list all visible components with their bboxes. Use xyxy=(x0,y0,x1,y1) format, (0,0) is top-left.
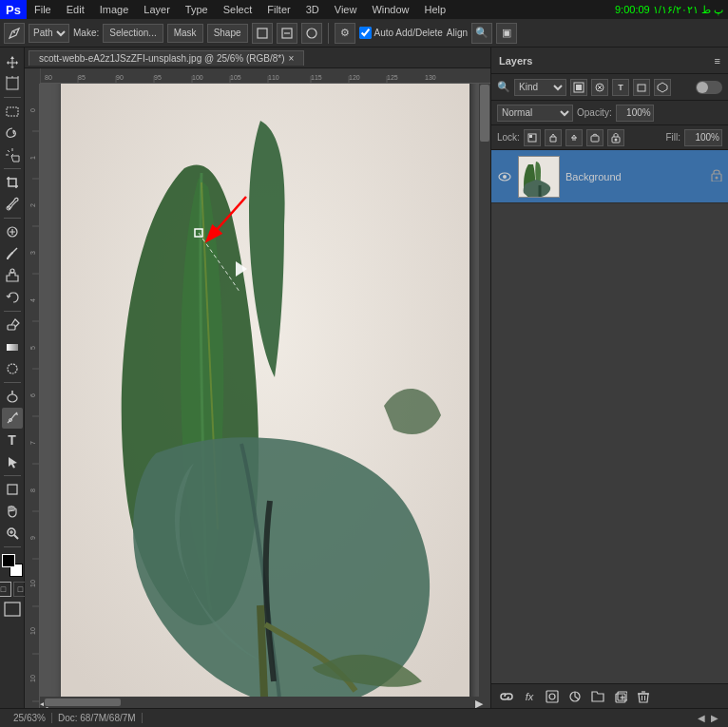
filter-toggle-knob xyxy=(697,82,708,93)
combine-icon[interactable] xyxy=(301,23,322,44)
svg-point-4 xyxy=(307,29,316,38)
add-group-btn[interactable] xyxy=(588,687,607,706)
canvas-viewport[interactable] xyxy=(40,84,490,708)
artboard-tool[interactable] xyxy=(2,73,23,94)
menu-type[interactable]: Type xyxy=(178,0,216,19)
menu-filter[interactable]: Filter xyxy=(259,0,297,19)
fx-btn[interactable]: fx xyxy=(520,687,539,706)
crop-tool[interactable] xyxy=(2,172,23,193)
pen-tool[interactable] xyxy=(2,408,23,429)
layers-panel-menu-btn[interactable]: ≡ xyxy=(715,55,720,67)
panel-toggle-icon[interactable]: ▣ xyxy=(496,23,517,44)
adjustment-filter-btn[interactable] xyxy=(591,79,608,96)
screen-mode-btn[interactable] xyxy=(4,602,21,617)
fill-input[interactable] xyxy=(684,129,722,146)
add-point-icon[interactable] xyxy=(252,23,273,44)
nav-prev-btn[interactable]: ◀ xyxy=(696,713,707,723)
eraser-tool[interactable] xyxy=(2,315,23,335)
lock-artboards-btn[interactable] xyxy=(586,129,603,146)
path-select-tool[interactable] xyxy=(2,451,23,472)
gear-icon[interactable]: ⚙ xyxy=(335,23,355,44)
lock-all-btn[interactable] xyxy=(607,129,624,146)
menu-select[interactable]: Select xyxy=(216,0,260,19)
system-clock: 9:00:09 ۱/۱۶/۲۰۲۱ پ ط xyxy=(615,4,728,16)
menu-file[interactable]: File xyxy=(27,0,59,19)
shape-btn[interactable]: Shape xyxy=(207,24,248,43)
spot-heal-tool[interactable] xyxy=(2,221,23,242)
menu-window[interactable]: Window xyxy=(364,0,416,19)
menu-help[interactable]: Help xyxy=(417,0,454,19)
opacity-label: Opacity: xyxy=(577,107,612,118)
v-scroll-thumb[interactable] xyxy=(480,85,489,142)
auto-add-checkbox[interactable] xyxy=(359,27,372,39)
fg-color-swatch[interactable] xyxy=(2,554,15,567)
dodge-tool[interactable] xyxy=(2,386,23,407)
auto-add-delete-check[interactable]: Auto Add/Delete xyxy=(359,27,443,39)
layers-search-icon: 🔍 xyxy=(497,81,510,93)
filter-kind-select[interactable]: Kind xyxy=(514,79,566,96)
menu-view[interactable]: View xyxy=(327,0,365,19)
layer-visibility-toggle[interactable] xyxy=(497,169,512,184)
svg-text:90: 90 xyxy=(116,74,124,81)
marquee-rect-tool[interactable] xyxy=(2,101,23,122)
add-mask-btn[interactable] xyxy=(543,687,562,706)
opacity-input[interactable] xyxy=(616,105,654,122)
gradient-tool[interactable] xyxy=(2,336,23,357)
menu-layer[interactable]: Layer xyxy=(136,0,178,19)
lock-position-btn[interactable] xyxy=(565,129,583,146)
menu-image[interactable]: Image xyxy=(92,0,137,19)
pixel-filter-btn[interactable] xyxy=(570,79,587,96)
lock-image-btn[interactable] xyxy=(545,129,562,146)
tool-sep-3 xyxy=(4,218,21,219)
history-brush-tool[interactable] xyxy=(2,287,23,308)
search-icon[interactable]: 🔍 xyxy=(471,23,492,44)
eyedropper-tool[interactable] xyxy=(2,194,23,215)
clone-stamp-tool[interactable] xyxy=(2,265,23,286)
link-layers-btn[interactable] xyxy=(497,687,516,706)
magic-wand-tool[interactable] xyxy=(2,144,23,165)
zoom-tool[interactable] xyxy=(2,523,23,544)
document-tab[interactable]: scott-webb-eA2z1JSzZFI-unsplash.jpg @ 25… xyxy=(29,50,304,66)
type-filter-icon: T xyxy=(618,83,623,92)
tab-close-btn[interactable]: × xyxy=(289,53,295,64)
svg-rect-86 xyxy=(638,85,645,91)
h-scroll-thumb[interactable] xyxy=(45,698,121,706)
shape-filter-btn[interactable] xyxy=(633,79,650,96)
ps-logo: Ps xyxy=(0,0,27,19)
delete-layer-btn[interactable] xyxy=(634,687,653,706)
filter-toggle[interactable] xyxy=(696,81,722,94)
shape-tool[interactable] xyxy=(2,479,23,500)
selection-btn[interactable]: Selection... xyxy=(103,24,163,43)
type-filter-btn[interactable]: T xyxy=(612,79,629,96)
blend-mode-select[interactable]: Normal xyxy=(497,105,573,122)
move-tool[interactable] xyxy=(2,51,23,72)
hand-tool[interactable] xyxy=(2,501,23,522)
brush-tool[interactable] xyxy=(2,243,23,264)
new-layer-btn[interactable] xyxy=(611,687,630,706)
path-select[interactable]: Path xyxy=(29,24,69,43)
svg-rect-97 xyxy=(546,691,558,702)
filter-toggle-switch[interactable] xyxy=(696,81,722,94)
svg-text:85: 85 xyxy=(78,74,86,81)
separator-1 xyxy=(328,23,329,44)
menu-edit[interactable]: Edit xyxy=(59,0,92,19)
lock-pixels-btn[interactable] xyxy=(524,129,541,146)
v-scrollbar[interactable] xyxy=(479,84,490,708)
smartobj-filter-btn[interactable] xyxy=(654,79,671,96)
add-adjustment-btn[interactable] xyxy=(565,687,584,706)
layer-item-background[interactable]: Background xyxy=(491,150,728,203)
normal-mode-btn[interactable]: □ xyxy=(0,582,11,597)
svg-text:6: 6 xyxy=(29,393,36,397)
h-scroll-right[interactable]: ▶ xyxy=(475,698,479,707)
fg-bg-color-swatch[interactable] xyxy=(0,552,25,579)
svg-point-16 xyxy=(10,269,14,273)
blur-tool[interactable] xyxy=(2,358,23,379)
lasso-tool[interactable] xyxy=(2,123,23,143)
svg-text:120: 120 xyxy=(349,74,360,81)
h-scrollbar[interactable]: ◀ ▶ xyxy=(40,697,479,708)
mask-btn[interactable]: Mask xyxy=(167,24,203,43)
nav-next-btn[interactable]: ▶ xyxy=(709,713,720,723)
menu-3d[interactable]: 3D xyxy=(298,0,327,19)
type-tool[interactable]: T xyxy=(2,430,23,450)
subtract-point-icon[interactable] xyxy=(277,23,297,44)
